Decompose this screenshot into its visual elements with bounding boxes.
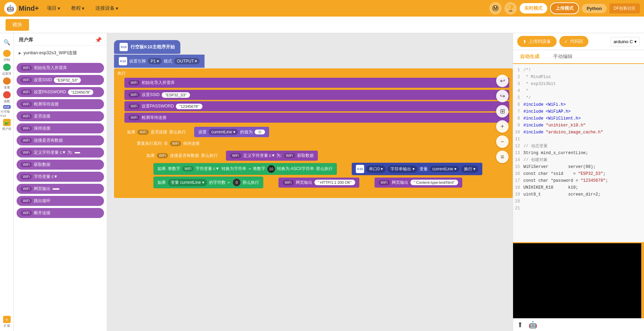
- block-init-lib[interactable]: WiFi 初始化导入所需库: [17, 63, 104, 73]
- mi-icon-btn[interactable]: Ⓜ: [489, 2, 502, 15]
- init-lib-block[interactable]: WiFi 初始化导入所需库: [124, 78, 509, 88]
- sidebar-search[interactable]: 🔍: [1, 36, 13, 48]
- python-mode-btn[interactable]: Python: [582, 4, 607, 13]
- menu-tutorial[interactable]: 教程 ▾: [68, 4, 87, 13]
- block-set-ssid[interactable]: WiFi 设置SSID "ESP32_S3": [17, 75, 104, 85]
- block-disconnect[interactable]: WiFi 断开连接: [17, 208, 104, 218]
- set-current-line-block[interactable]: 设置 currentLine ▾ 的值为: [194, 127, 269, 137]
- if-has-data-wrapper: 如果 WiFi 连接是否有数据 那么执行 WiFi 定义字符变量 c▼ 为: W…: [144, 148, 501, 190]
- sidebar-variable[interactable]: 变量: [1, 77, 13, 90]
- block-set-password[interactable]: WiFi 设置PASSWORD "12345678": [17, 87, 104, 97]
- block-library-panel: 用户库 📌 ▶ yuntian:esp32s3_WIFI连接 WiFi 初始化导…: [14, 33, 107, 331]
- block-library-title: 用户库: [19, 37, 33, 43]
- code-line-13: 13 String mind_s_currentLine;: [513, 150, 644, 157]
- sidebar-function[interactable]: 函数: [1, 91, 13, 104]
- block-get-data[interactable]: WiFi 获取数据: [17, 160, 104, 170]
- block-keep-connected[interactable]: WiFi 保持连接: [17, 123, 104, 133]
- code-line-15: 15 WiFiServer server(80);: [513, 163, 644, 170]
- fit-btn[interactable]: ⊞: [496, 105, 509, 117]
- upload-icon-btn[interactable]: ⬆: [517, 321, 523, 329]
- block-stack: K10 行空板K10主程序开始 K10 设置引脚 P1 ▾ 模式 OUTPUT …: [114, 40, 513, 198]
- logo-text: Mind+: [19, 4, 39, 12]
- code-line-8: 8 #include <WiFiClient.h>: [513, 115, 644, 122]
- code-line-2: 2 * MindPlus: [513, 74, 644, 81]
- block-is-connected[interactable]: WiFi 是否连接: [17, 111, 104, 121]
- arduino-select[interactable]: arduino C ▾: [610, 37, 640, 46]
- blocks-list: WiFi 初始化导入所需库 WiFi 设置SSID "ESP32_S3" WiF…: [14, 60, 107, 221]
- zoom-in-btn[interactable]: +: [496, 120, 509, 133]
- navbar: 🤖 Mind+ 项目 ▾ 教程 ▾ 连接设备 ▾ Ⓜ 🏆 实时模式 上传模式 P…: [0, 0, 644, 17]
- code-line-6: 6 #include <WiFi.h>: [513, 101, 644, 108]
- block-break[interactable]: WiFi 跳出循环: [17, 196, 104, 206]
- block-library-tree: ▶ yuntian:esp32s3_WIFI连接: [14, 46, 107, 60]
- code-line-16: 16 const char *ssid = "ESP32_S3";: [513, 170, 644, 177]
- define-str-get-data-block[interactable]: WiFi 定义字符变量 c▼ 为: WiFi 获取数据: [226, 151, 318, 161]
- code-line-21: 21: [513, 205, 644, 212]
- logo-icon: 🤖: [4, 2, 17, 15]
- block-has-data[interactable]: WiFi 连接是否有数据: [17, 135, 104, 145]
- pin-icon[interactable]: 📌: [95, 37, 102, 43]
- web-output-2-block[interactable]: WiFi 网页输出 " Content-type:text/html": [375, 178, 462, 188]
- menu-project[interactable]: 项目 ▾: [44, 4, 63, 13]
- menu-connect[interactable]: 连接设备 ▾: [93, 4, 121, 13]
- community-btn[interactable]: DF创客社区: [609, 3, 640, 13]
- serial-block[interactable]: K10 串口0 ▾ 字符串输出 ▾ 变量 currentLine ▾ 换行 ▾: [352, 163, 482, 175]
- code-line-1: 1 /*!: [513, 67, 644, 74]
- block-detect-wait[interactable]: WiFi 检测等待连接: [17, 99, 104, 109]
- sidebar-extend[interactable]: + 扩展: [1, 316, 13, 328]
- code-line-4: 4 *: [513, 87, 644, 94]
- achievement-icon-btn[interactable]: 🏆: [504, 2, 517, 15]
- set-password-block[interactable]: WiFi 设置PASSWORD "12345678": [124, 101, 509, 111]
- code-line-11: 11: [513, 136, 644, 143]
- if-convert-block[interactable]: 如果 将数字 WiFi 字符变量 c▼ 转换为字符串 ＝ 将数字 10 转换为 …: [153, 163, 337, 175]
- if-connected-wrapper: 如果 WiFi 是否连接 那么执行 设置 currentLine ▾ 的值为: [124, 124, 509, 195]
- block-web-output[interactable]: WiFi 网页输出: [17, 184, 104, 194]
- code-line-14: 14 // 创建对象: [513, 157, 644, 163]
- block-library-header: 用户库 📌: [14, 33, 107, 46]
- sidebar-operator[interactable]: 运算符: [1, 64, 13, 76]
- redo-btn[interactable]: ↪: [496, 90, 509, 102]
- block-str-var[interactable]: WiFi 字符变量 c▼: [17, 172, 104, 182]
- upload-to-device-btn[interactable]: ⬆ 上传到设备: [517, 36, 557, 47]
- right-panel: ⬆ 上传到设备 ✓ 代码区 arduino C ▾ 自动生成 手动编辑 1 /*…: [513, 33, 644, 331]
- code-editor[interactable]: 1 /*! 2 * MindPlus 3 * esp32s3bit 4 * 5 …: [513, 64, 644, 242]
- canvas-area[interactable]: K10 行空板K10主程序开始 K10 设置引脚 P1 ▾ 模式 OUTPUT …: [107, 33, 513, 331]
- code-line-12: 12 // 动态变量: [513, 143, 644, 150]
- undo-btn[interactable]: ↩: [496, 75, 509, 87]
- web-output-1-block[interactable]: WiFi 网页输出 " HTTP/1.1 200 OK": [278, 178, 359, 188]
- code-line-17: 17 const char *password = "12345678";: [513, 177, 644, 184]
- set-ssid-block[interactable]: WiFi 设置SSID "ESP32_S3": [124, 90, 509, 100]
- sidebar-control[interactable]: 控制: [1, 50, 13, 62]
- upload-mode-btn[interactable]: 上传模式: [550, 2, 579, 14]
- app-logo: 🤖 Mind+: [4, 2, 39, 15]
- code-line-9: 9 #include "unihiker_k10.h": [513, 122, 644, 129]
- block-define-str-var[interactable]: WiFi 定义字符变量 c▼ 为:: [17, 148, 104, 158]
- code-line-19: 19 uint8_t screen_dir=2;: [513, 191, 644, 198]
- code-region-btn[interactable]: ✓ 代码区: [559, 36, 588, 47]
- code-line-18: 18 UNIHIKER_K10 k10;: [513, 184, 644, 191]
- download-icon-btn[interactable]: 🤖: [529, 321, 537, 329]
- tree-item-wifi[interactable]: ▶ yuntian:esp32s3_WIFI连接: [19, 48, 102, 57]
- realtime-mode-btn[interactable]: 实时模式: [520, 3, 547, 13]
- detect-wait-block[interactable]: WiFi 检测等待连接: [124, 113, 509, 123]
- hat-block[interactable]: K10 行空板K10主程序开始: [114, 40, 180, 54]
- set-pin-block[interactable]: K10 设置引脚 P1 ▾ 模式 OUTPUT ▾: [114, 55, 205, 68]
- main-layout: 🔍 控制 运算符 变量 函数 K10 行空板K10 🧩 用户库 + 扩展: [0, 33, 644, 331]
- menu-btn[interactable]: ≡: [496, 151, 509, 163]
- right-bottom-preview: [513, 242, 644, 318]
- orange-strip: [641, 243, 644, 318]
- canvas-zoom-controls: ↩ ↪ ⊞ + − ≡: [496, 75, 509, 163]
- if-strlen-block[interactable]: 如果 变量 currentLine ▾ 的字符数 ＝ 0 那么执行: [153, 177, 263, 188]
- tab-manual-edit[interactable]: 手动编辑: [546, 50, 579, 64]
- code-line-7: 7 #include <WiFiAP.h>: [513, 108, 644, 115]
- code-line-20: 20: [513, 198, 644, 205]
- tab-auto-generate[interactable]: 自动生成: [513, 50, 546, 64]
- k10-logo-icon: K10: [120, 43, 128, 51]
- sidebar-k10[interactable]: K10 行空板K10: [1, 105, 13, 117]
- exec-wrapper: 执行 WiFi 初始化导入所需库 WiFi 设置SSID "ESP32_S3" …: [114, 68, 513, 198]
- zoom-out-btn[interactable]: −: [496, 135, 509, 148]
- second-bar: 模块: [0, 17, 644, 33]
- k10-serial-icon: K10: [356, 165, 364, 173]
- module-tab[interactable]: 模块: [6, 19, 29, 31]
- sidebar-user-lib[interactable]: 🧩 用户库: [1, 119, 13, 131]
